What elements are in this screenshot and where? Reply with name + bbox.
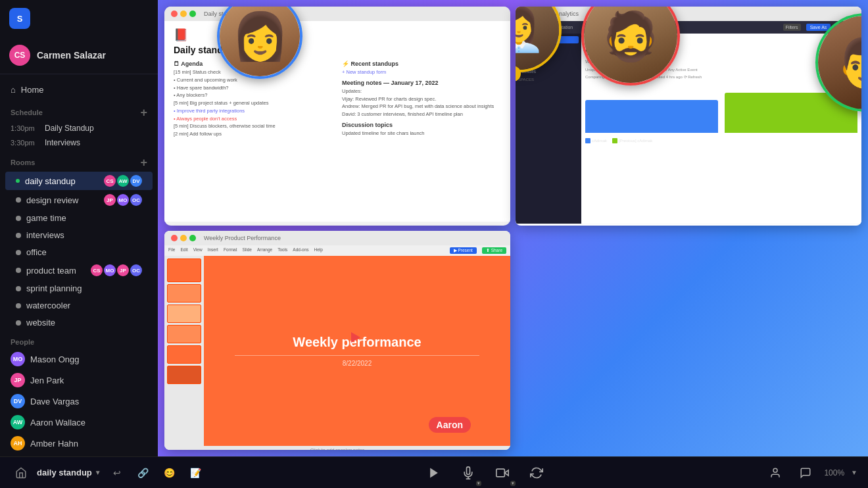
slide-thumb-3[interactable] <box>167 305 201 323</box>
room-item-game-time[interactable]: game time <box>5 210 153 226</box>
rooms-section-header: Rooms + <box>0 150 158 171</box>
avatar-aaron: AW <box>11 415 25 429</box>
room-item-sprint-planning[interactable]: sprint planning <box>5 280 153 297</box>
avatar-dave: DV <box>11 394 25 408</box>
room-dot <box>16 233 21 238</box>
people-item-aaron[interactable]: AW Aaron Wallace <box>0 412 158 433</box>
room-item-design-review[interactable]: design review JP MO OC <box>5 191 153 209</box>
presentation-cursor <box>351 332 360 343</box>
room-item-interviews[interactable]: interviews <box>5 227 153 243</box>
slide-thumb-6[interactable] <box>167 366 201 384</box>
schedule-item-standup[interactable]: 1:30pm Daily Standup <box>0 121 158 135</box>
menu-file[interactable]: File <box>168 247 175 254</box>
leave-call-icon[interactable]: ↩ <box>107 462 128 483</box>
people-item-mason[interactable]: MO Mason Ongg <box>0 349 158 370</box>
schedule-time-2: 3:30pm <box>11 139 39 147</box>
menu-insert[interactable]: Insert <box>208 247 218 254</box>
link-icon[interactable]: 🔗 <box>133 462 154 483</box>
main-slide-area: Weekly performance 8/22/2022 Aaron <box>204 256 510 446</box>
room-item-watercooler[interactable]: watercooler <box>5 297 153 314</box>
maximize-button[interactable] <box>189 11 196 17</box>
document-body: 📕 Daily standup 🗒 Agenda [15 min] Status… <box>164 21 510 222</box>
sidebar-item-home[interactable]: ⌂ Home <box>0 80 158 100</box>
menu-arrange[interactable]: Arrange <box>257 247 272 254</box>
people-item-dave[interactable]: DV Dave Vargas <box>0 391 158 412</box>
camera-sub-label: ▾ <box>510 481 516 486</box>
schedule-time-1: 1:30pm <box>11 124 39 132</box>
room-avatar: DV <box>130 175 142 187</box>
play-button[interactable] <box>422 461 446 485</box>
dau-chart <box>585 83 857 135</box>
minimize-button[interactable] <box>180 235 187 241</box>
presentation-body: Weekly performance 8/22/2022 Aaron <box>164 256 510 446</box>
analytics-body: Analytics Segmentation Filters Save As S… <box>516 21 861 224</box>
document-window-header: Daily standup <box>164 7 510 21</box>
slide-thumb-2[interactable] <box>167 284 201 303</box>
menu-view[interactable]: View <box>193 247 203 254</box>
people-button[interactable] <box>763 461 787 485</box>
room-item-product-team[interactable]: product team CS MO JP OC <box>5 261 153 280</box>
schedule-label: Schedule <box>11 109 43 116</box>
aaron-name-bubble: Aaron <box>429 417 471 433</box>
presentation-window-title: Weekly Product Performance <box>204 235 281 241</box>
slide-footer: Click to add speaker notes <box>164 446 510 450</box>
room-avatar: MO <box>117 194 129 206</box>
chat-button[interactable] <box>794 461 817 485</box>
reaction-button[interactable] <box>525 461 548 485</box>
filter-button[interactable]: Filters <box>783 24 801 31</box>
user-header: CS Carmen Salazar <box>0 37 158 74</box>
room-item-office[interactable]: office <box>5 244 153 260</box>
person-name-amber: Amber Hahn <box>30 439 78 449</box>
doc-line: Updated timeline for site chars launch <box>342 130 501 137</box>
slide-thumb-1[interactable] <box>167 258 201 282</box>
people-item-jen[interactable]: JP Jen Park <box>0 370 158 391</box>
share-pres-button[interactable]: ⬆ Share <box>482 247 506 254</box>
doc-line: David: 3 customer interviews, finished A… <box>342 111 501 118</box>
chat-icon <box>800 467 811 479</box>
doc-line: • Have spare bandwidth? <box>174 85 333 91</box>
menu-slide[interactable]: Slide <box>243 247 252 254</box>
note-icon[interactable]: 📝 <box>185 462 206 483</box>
room-item-website[interactable]: website <box>5 314 153 331</box>
document-window: Daily standup 📕 Daily standup 🗒 Agenda [… <box>164 7 510 226</box>
zoom-dropdown-arrow[interactable]: ▼ <box>851 469 857 476</box>
home-bottom-icon[interactable] <box>11 462 32 483</box>
mic-icon <box>462 466 475 479</box>
mic-button[interactable]: ▾ <box>456 461 480 485</box>
menu-tools[interactable]: Tools <box>277 247 287 254</box>
chart-legend: cAdimak [Previous] cAdimak <box>585 138 857 143</box>
camera-button[interactable]: ▾ <box>491 461 514 485</box>
document-columns: 🗒 Agenda [15 min] Status check • Current… <box>174 61 501 139</box>
maximize-button[interactable] <box>189 235 196 241</box>
menu-format[interactable]: Format <box>224 247 237 254</box>
room-selector[interactable]: daily standup ▼ <box>37 468 101 477</box>
room-name-sprint-planning: sprint planning <box>26 283 142 293</box>
present-button[interactable]: ▶ Present <box>450 247 477 254</box>
menu-edit[interactable]: Edit <box>180 247 187 254</box>
slide-thumb-5[interactable] <box>167 345 201 364</box>
add-schedule-button[interactable]: + <box>140 107 147 118</box>
room-dot <box>16 286 21 291</box>
analytics-window: Analytics Analytics Segmentation Filters… <box>516 7 861 226</box>
slide-thumb-4[interactable] <box>167 325 201 343</box>
home-icon <box>15 467 27 479</box>
close-button[interactable] <box>171 11 178 17</box>
room-dot <box>16 268 21 273</box>
people-item-amber[interactable]: AH Amber Hahn <box>0 433 158 454</box>
analytics-main-area: + New My Workspace Northstar... User loo… <box>516 34 861 224</box>
reaction-icon <box>530 466 543 479</box>
room-item-daily-standup[interactable]: daily standup CS AW DV <box>5 172 153 190</box>
add-room-button[interactable]: + <box>140 157 147 168</box>
svg-marker-0 <box>430 468 438 477</box>
room-dropdown-arrow: ▼ <box>95 469 101 476</box>
close-button[interactable] <box>171 235 178 241</box>
app-icon: S <box>9 8 30 29</box>
room-avatar: OC <box>130 194 142 206</box>
emoji-icon[interactable]: 😊 <box>159 462 180 483</box>
menu-help[interactable]: Help <box>314 247 323 254</box>
minimize-button[interactable] <box>180 11 187 17</box>
menu-addons[interactable]: Add-ons <box>293 247 308 254</box>
schedule-item-interviews[interactable]: 3:30pm Interviews <box>0 135 158 150</box>
room-name-website: website <box>26 318 142 328</box>
people-label: People <box>11 338 34 346</box>
